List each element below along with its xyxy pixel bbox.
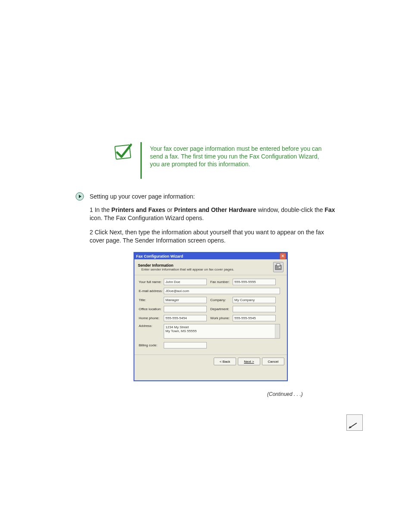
step-1-strong-2: Printers and Other Hardware bbox=[174, 206, 256, 213]
fax-number-field[interactable]: 555-555-5555 bbox=[233, 279, 276, 285]
wizard-title: Fax Configuration Wizard bbox=[136, 254, 183, 258]
svg-rect-5 bbox=[279, 267, 280, 268]
step-1-num: 1 In the bbox=[90, 206, 110, 213]
step-1-strong-3: Fax bbox=[325, 206, 335, 213]
step-1-text-3: window, double-click the bbox=[258, 206, 323, 213]
workphone-field[interactable]: 555-555-5545 bbox=[233, 315, 276, 321]
full-name-field[interactable]: John Doe bbox=[164, 279, 207, 285]
department-label: Department: bbox=[210, 307, 233, 311]
close-icon[interactable]: ✕ bbox=[280, 253, 286, 259]
full-name-label: Your full name: bbox=[139, 280, 164, 284]
company-label: Company: bbox=[210, 298, 233, 302]
email-label: E-mail address: bbox=[139, 289, 164, 293]
title-label: Title: bbox=[139, 298, 164, 302]
wizard-header-sub: Enter sender information that will appea… bbox=[141, 268, 234, 271]
cancel-button[interactable]: Cancel bbox=[262, 358, 284, 365]
office-label: Office location: bbox=[139, 307, 164, 311]
callout-block: Your fax cover page information must be … bbox=[112, 142, 336, 179]
checkmark-icon bbox=[112, 142, 133, 165]
play-icon bbox=[75, 192, 84, 202]
lead-heading: Setting up your cover page information: bbox=[90, 193, 348, 201]
fax-icon bbox=[273, 262, 283, 272]
scrollbar[interactable] bbox=[275, 324, 280, 338]
wizard-header: Sender Information Enter sender informat… bbox=[134, 259, 287, 275]
continued-label: (Continued . . .) bbox=[267, 390, 303, 398]
step-1-text-4: icon. The Fax Configuration Wizard opens… bbox=[90, 215, 204, 221]
callout-text: Your fax cover page information must be … bbox=[150, 142, 327, 168]
homephone-label: Home phone: bbox=[139, 316, 164, 320]
wizard-form: Your full name: John Doe Fax number: 555… bbox=[134, 275, 287, 355]
step-1-text-2: or bbox=[167, 206, 172, 213]
wizard-titlebar: Fax Configuration Wizard ✕ bbox=[134, 253, 287, 259]
billing-field[interactable] bbox=[164, 342, 207, 348]
email-field[interactable]: JDoe@aol.com bbox=[164, 288, 280, 294]
address-label: Address: bbox=[139, 324, 164, 328]
fax-number-label: Fax number: bbox=[210, 280, 233, 284]
arrow-icon bbox=[348, 418, 359, 429]
workphone-label: Work phone: bbox=[210, 316, 233, 320]
address-line-1: 1234 My Street bbox=[165, 325, 189, 329]
fax-wizard-window: Fax Configuration Wizard ✕ Sender Inform… bbox=[134, 252, 288, 381]
svg-rect-4 bbox=[277, 264, 280, 266]
address-field[interactable]: 1234 My Street My Town, MS 55555 bbox=[164, 324, 280, 339]
back-button[interactable]: < Back bbox=[214, 358, 236, 365]
page-arrow-box bbox=[346, 414, 363, 431]
step-2: 2 Click Next, then type the information … bbox=[90, 228, 339, 245]
homephone-field[interactable]: 555-555-5454 bbox=[164, 315, 207, 321]
title-field[interactable]: Manager bbox=[164, 297, 207, 303]
billing-label: Billing code: bbox=[139, 343, 164, 347]
wizard-button-bar: < Back Next > Cancel bbox=[134, 355, 287, 368]
address-line-2: My Town, MS 55555 bbox=[165, 329, 196, 333]
office-field[interactable] bbox=[164, 306, 207, 312]
wizard-header-title: Sender Information bbox=[138, 263, 174, 268]
company-field[interactable]: My Company bbox=[233, 297, 276, 303]
callout-divider bbox=[140, 142, 142, 179]
department-field[interactable] bbox=[233, 306, 276, 312]
next-button[interactable]: Next > bbox=[238, 358, 260, 365]
step-1-strong-1: Printers and Faxes bbox=[112, 206, 165, 213]
step-1: 1 In the Printers and Faxes or Printers … bbox=[90, 206, 339, 222]
